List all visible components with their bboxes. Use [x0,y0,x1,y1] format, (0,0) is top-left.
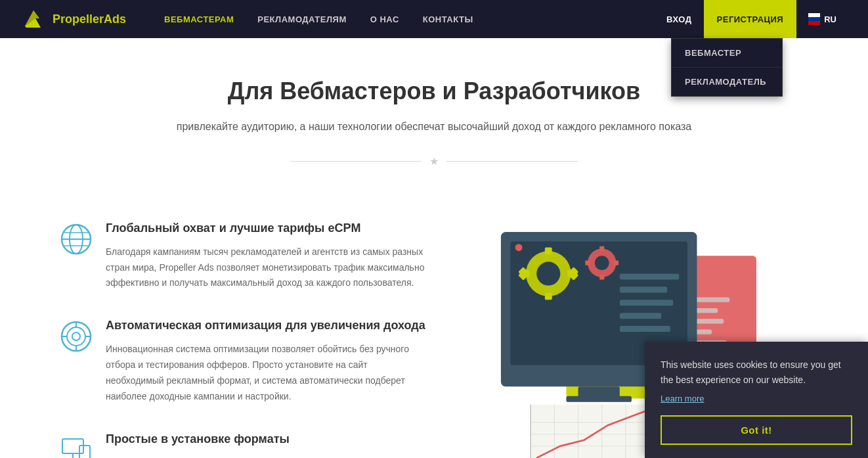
target-icon [60,320,93,353]
register-button[interactable]: РЕГИСТРАЦИЯ [704,0,797,38]
svg-rect-5 [808,21,820,25]
feature-title-2: Автоматическая оптимизация для увеличени… [106,317,427,334]
nav-about[interactable]: О НАС [358,0,411,38]
feature-desc-1: Благодаря кампаниям тысяч рекламодателей… [106,244,427,291]
nav-right: ВХОД РЕГИСТРАЦИЯ RU [655,0,848,38]
features-list: Глобальный охват и лучшие тарифы eCPM Бл… [60,220,427,458]
svg-rect-57 [585,260,590,265]
svg-rect-44 [545,247,552,254]
feature-item-2: Автоматическая оптимизация для увеличени… [60,317,427,404]
nav-webmasters[interactable]: ВЕБМАСТЕРАМ [152,0,246,38]
nav-advertisers[interactable]: РЕКЛАМОДАТЕЛЯМ [246,0,358,38]
star-icon: ★ [422,155,446,168]
svg-rect-21 [79,446,90,458]
logo-icon [20,5,47,33]
feature-content-3: Простые в установке форматы [106,431,290,455]
svg-point-12 [67,327,85,346]
svg-rect-61 [620,313,661,319]
svg-rect-54 [599,246,604,250]
svg-rect-62 [620,326,670,332]
cookie-learn-more-link[interactable]: Learn more [661,394,852,403]
feature-title-3: Простые в установке форматы [106,431,290,447]
dropdown-advertiser[interactable]: РЕКЛАМОДАТЕЛЬ [672,68,782,96]
svg-rect-55 [599,275,604,279]
dropdown-webmaster[interactable]: ВЕБМАСТЕР [672,39,782,68]
svg-rect-45 [545,292,552,300]
feature-item-1: Глобальный охват и лучшие тарифы eCPM Бл… [60,220,427,292]
main-nav: ВЕБМАСТЕРАМ РЕКЛАМОДАТЕЛЯМ О НАС КОНТАКТ… [152,0,655,38]
feature-content-1: Глобальный охват и лучшие тарифы eCPM Бл… [106,220,427,292]
logo[interactable]: PropellerAds [20,5,126,33]
nav-contacts[interactable]: КОНТАКТЫ [411,0,485,38]
divider: ★ [60,155,808,168]
svg-rect-3 [808,13,820,17]
monitor-icon [60,434,93,458]
svg-point-53 [595,256,609,270]
feature-desc-2: Инновационная система оптимизации позвол… [106,342,427,404]
svg-rect-60 [620,300,673,306]
language-selector[interactable]: RU [796,13,848,25]
svg-point-43 [536,262,560,285]
svg-rect-56 [614,260,618,265]
svg-point-13 [72,332,80,340]
cookie-banner: This website uses cookies to ensure you … [645,342,868,458]
login-button[interactable]: ВХОД [655,0,703,38]
cookie-got-it-button[interactable]: Got it! [661,415,852,445]
svg-rect-39 [566,396,632,401]
svg-rect-38 [578,386,620,397]
globe-icon [60,223,93,256]
header: PropellerAds ВЕБМАСТЕРАМ РЕКЛАМОДАТЕЛЯМ … [0,0,868,38]
svg-rect-59 [620,286,667,292]
svg-rect-58 [620,273,679,279]
registration-dropdown: ВЕБМАСТЕР РЕКЛАМОДАТЕЛЬ [671,38,783,97]
hero-subtitle: привлекайте аудиторию, а наши технологии… [152,118,716,135]
svg-point-41 [515,244,523,251]
logo-text: PropellerAds [53,12,126,26]
feature-title-1: Глобальный охват и лучшие тарифы eCPM [106,220,427,237]
cookie-text: This website uses cookies to ensure you … [661,357,852,387]
language-label: RU [824,14,836,24]
feature-item-3: Простые в установке форматы [60,431,427,458]
flag-icon [808,13,820,25]
feature-content-2: Автоматическая оптимизация для увеличени… [106,317,427,404]
svg-rect-4 [808,17,820,21]
